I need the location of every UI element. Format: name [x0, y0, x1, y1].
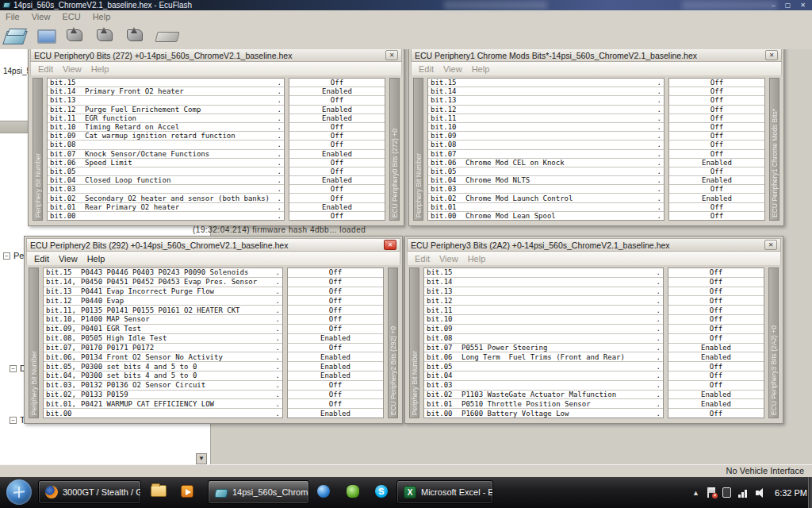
bit-value-cell[interactable]: Off [668, 371, 764, 381]
volume-icon[interactable] [756, 488, 766, 498]
bit-value-cell[interactable]: Off [289, 123, 385, 132]
bit-value-cell[interactable]: Off [669, 87, 764, 96]
menu-help[interactable]: Help [93, 12, 111, 21]
bit-value-cell[interactable]: Enabled [288, 352, 383, 362]
tray-up-arrow-icon[interactable]: ▲ [692, 489, 699, 497]
bit-value-cell[interactable]: Off [288, 296, 383, 306]
action-center-flag-icon[interactable]: ✕ [707, 487, 715, 498]
bit-value-cell[interactable]: Off [288, 315, 383, 325]
bit-value-cell[interactable]: Enabled [288, 334, 383, 344]
collapse-icon[interactable]: − [10, 365, 17, 372]
bit-value-cell[interactable]: Enabled [289, 176, 385, 185]
bit-value-cell[interactable]: Enabled [668, 391, 764, 400]
child-window-titlebar[interactable]: ECU Periphery3 Bits (2A2) +0-14psi_560s_… [407, 238, 781, 252]
bit-value-cell[interactable]: Off [668, 278, 764, 287]
bit-value-cell[interactable]: Enabled [668, 399, 764, 409]
bit-value-cell[interactable]: Enabled [289, 106, 385, 114]
bit-value-cell[interactable]: Off [289, 194, 385, 202]
bit-value-cell[interactable]: Off [668, 306, 764, 315]
menu-edit[interactable]: Edit [38, 64, 53, 74]
minimize-icon[interactable]: – [772, 2, 775, 9]
clipboard-icon[interactable] [722, 487, 731, 498]
bit-value-cell[interactable]: Off [668, 287, 764, 297]
close-icon[interactable]: ✕ [385, 50, 398, 60]
bit-value-cell[interactable]: Off [668, 268, 764, 278]
bit-value-cell[interactable]: Off [288, 306, 383, 315]
menu-edit[interactable]: Edit [419, 64, 434, 74]
bit-value-cell[interactable]: Enabled [668, 344, 764, 353]
bit-value-cell[interactable]: Off [289, 185, 385, 194]
test-write-to-ecu-icon[interactable] [124, 26, 145, 45]
bit-value-cell[interactable]: Off [288, 278, 383, 287]
child-window-titlebar[interactable]: ECU Periphery1 Chrome Mods Bits*-14psi_5… [411, 48, 782, 62]
close-icon[interactable]: ✕ [800, 2, 806, 9]
bit-value-cell[interactable]: Off [668, 325, 764, 334]
bit-value-cell[interactable]: Enabled [668, 352, 764, 362]
bit-value-cell[interactable]: Enabled [288, 362, 383, 371]
bit-value-cell[interactable]: Off [668, 315, 764, 325]
write-to-ecu-icon[interactable] [94, 26, 115, 45]
taskbar-button-excel[interactable]: X Microsoft Excel - EC... [396, 480, 493, 504]
bit-value-cell[interactable]: Off [288, 325, 383, 334]
bit-value-cell[interactable]: Off [289, 212, 385, 220]
child-window-titlebar[interactable]: ECU Periphery2 Bits (292) +0-14psi_560s_… [26, 238, 400, 252]
explorer-folder-icon[interactable] [151, 485, 167, 497]
bit-value-cell[interactable]: Enabled [669, 159, 764, 167]
bit-value-cell[interactable]: Off [668, 362, 764, 371]
bit-value-cell[interactable]: Off [669, 140, 764, 149]
network-signal-icon[interactable] [738, 488, 749, 498]
bit-value-cell[interactable]: Off [288, 287, 383, 297]
bit-value-cell[interactable]: Enabled [669, 176, 764, 185]
rom-file-label[interactable]: 14psi_5 [3, 67, 31, 75]
close-icon[interactable]: ✕ [384, 240, 396, 250]
bit-value-cell[interactable]: Off [669, 96, 764, 105]
menu-view[interactable]: View [59, 254, 78, 264]
bit-value-cell[interactable]: Enabled [289, 150, 385, 159]
bit-value-cell[interactable]: Off [289, 132, 385, 140]
bit-value-cell[interactable]: Off [289, 167, 385, 176]
menu-view[interactable]: View [32, 12, 51, 21]
menu-view[interactable]: View [443, 64, 462, 74]
bit-value-cell[interactable]: Off [669, 150, 764, 159]
bit-value-cell[interactable]: Off [289, 96, 385, 105]
tray-clock[interactable]: 6:32 PM [773, 488, 807, 498]
bit-value-cell[interactable]: Off [669, 212, 764, 220]
media-player-icon[interactable] [181, 485, 193, 498]
save-file-icon[interactable] [36, 26, 55, 45]
bit-value-cell[interactable]: Enabled [289, 203, 385, 212]
bit-value-cell[interactable]: Off [288, 391, 383, 400]
bit-value-cell[interactable]: Enabled [669, 194, 764, 202]
bit-value-cell[interactable]: Off [289, 159, 385, 167]
menu-help[interactable]: Help [91, 64, 109, 74]
chat-icon[interactable] [347, 485, 359, 498]
bit-value-cell[interactable]: Off [669, 79, 764, 87]
bit-value-cell[interactable]: Off [288, 344, 383, 353]
menu-view[interactable]: View [439, 254, 458, 264]
collapse-icon[interactable]: − [10, 417, 17, 424]
menu-view[interactable]: View [63, 64, 82, 74]
messenger-icon[interactable] [317, 485, 330, 498]
bit-value-cell[interactable]: Off [669, 203, 764, 212]
bit-value-cell[interactable]: Off [669, 185, 764, 194]
menu-edit[interactable]: Edit [34, 254, 49, 264]
menu-ecu[interactable]: ECU [62, 12, 80, 21]
open-file-icon[interactable] [4, 26, 26, 45]
menu-help[interactable]: Help [87, 254, 105, 264]
bit-value-cell[interactable]: Off [669, 123, 764, 132]
bit-value-cell[interactable]: Enabled [288, 409, 383, 418]
read-ecu-chip-icon[interactable] [155, 26, 178, 45]
close-icon[interactable]: ✕ [764, 240, 777, 250]
read-from-ecu-icon[interactable] [64, 26, 85, 45]
bit-value-cell[interactable]: Off [668, 334, 764, 344]
bit-value-cell[interactable]: Off [669, 114, 764, 123]
bit-value-cell[interactable]: Off [668, 409, 764, 418]
taskbar-button-ecuflash[interactable]: 14psi_560s_ChromeV... [208, 480, 309, 504]
bit-value-cell[interactable]: Off [288, 399, 383, 409]
bit-value-cell[interactable]: Off [288, 268, 383, 278]
collapse-icon[interactable]: − [3, 252, 10, 260]
bit-value-cell[interactable]: Off [669, 167, 764, 176]
bit-value-cell[interactable]: Off [668, 381, 764, 391]
show-desktop-button[interactable] [808, 477, 812, 508]
bit-value-cell[interactable]: Enabled [289, 114, 385, 123]
menu-edit[interactable]: Edit [415, 254, 430, 264]
